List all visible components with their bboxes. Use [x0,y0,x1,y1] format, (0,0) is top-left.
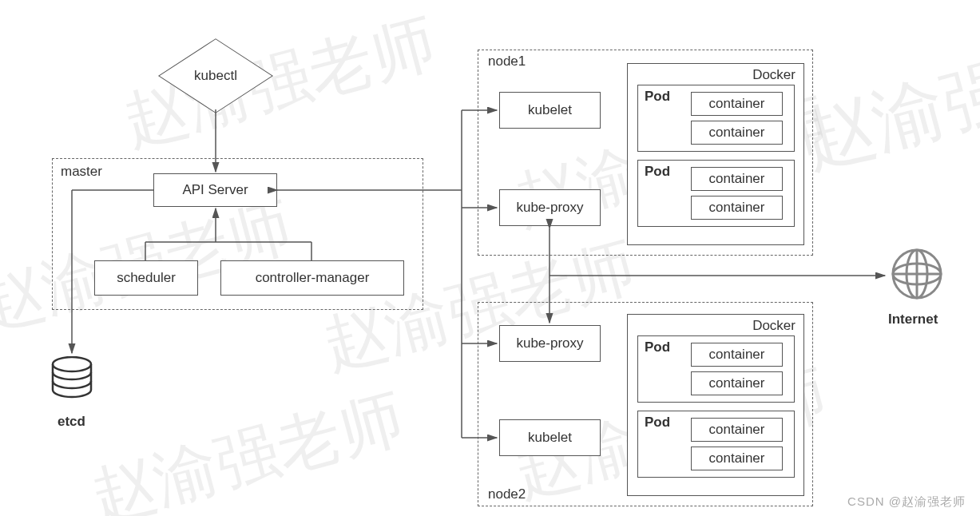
node2-docker-label: Docker [752,318,796,334]
internet-icon [888,245,946,307]
container-label: container [709,451,765,466]
node1-kubeproxy-box: kube-proxy [499,189,601,226]
node1-docker-label: Docker [752,67,796,83]
node1-label: node1 [488,54,526,69]
node1-kubeproxy-label: kube-proxy [516,200,583,216]
container-label: container [709,375,765,391]
kubectl-node: kubectl [168,44,264,108]
node2-pod2-c2: container [691,447,783,470]
credit-text: CSDN @赵渝强老师 [847,494,966,510]
node2-kubelet-label: kubelet [528,430,572,446]
controller-manager-label: controller-manager [256,270,370,286]
container-label: container [709,125,765,141]
node2-kubeproxy-label: kube-proxy [516,335,583,351]
container-label: container [709,347,765,363]
api-server-box: API Server [153,173,277,207]
node2-pod1-c2: container [691,371,783,395]
node1-pod2-label: Pod [645,164,670,180]
node1-kubelet-box: kubelet [499,92,601,129]
etcd-label: etcd [58,414,85,430]
node2-label: node2 [488,486,526,502]
node2-pod2-c1: container [691,418,783,442]
container-label: container [709,422,765,438]
svg-point-0 [53,357,91,371]
container-label: container [709,200,765,216]
controller-manager-box: controller-manager [220,260,404,296]
watermark: 赵渝强老师 [82,375,413,516]
kubectl-label: kubectl [194,68,237,84]
scheduler-box: scheduler [94,260,198,296]
api-server-label: API Server [182,182,248,198]
node1-pod1-label: Pod [645,89,670,105]
scheduler-label: scheduler [117,270,176,286]
node2-kubelet-box: kubelet [499,419,601,456]
node1-kubelet-label: kubelet [528,102,572,118]
node2-pod1-label: Pod [645,339,670,355]
etcd-icon [50,356,94,408]
node1-pod2-c2: container [691,196,783,220]
node1-pod2-c1: container [691,167,783,191]
watermark: 赵渝强老师 [792,3,980,190]
node1-pod1-c2: container [691,121,783,145]
node2-pod2-label: Pod [645,415,670,431]
node2-kubeproxy-box: kube-proxy [499,325,601,362]
node1-pod1-c1: container [691,92,783,116]
watermark: 赵渝强老师 [114,0,445,166]
node2-pod1-c1: container [691,343,783,367]
internet-label: Internet [888,312,938,327]
container-label: container [709,96,765,112]
container-label: container [709,171,765,187]
master-label: master [61,164,102,180]
